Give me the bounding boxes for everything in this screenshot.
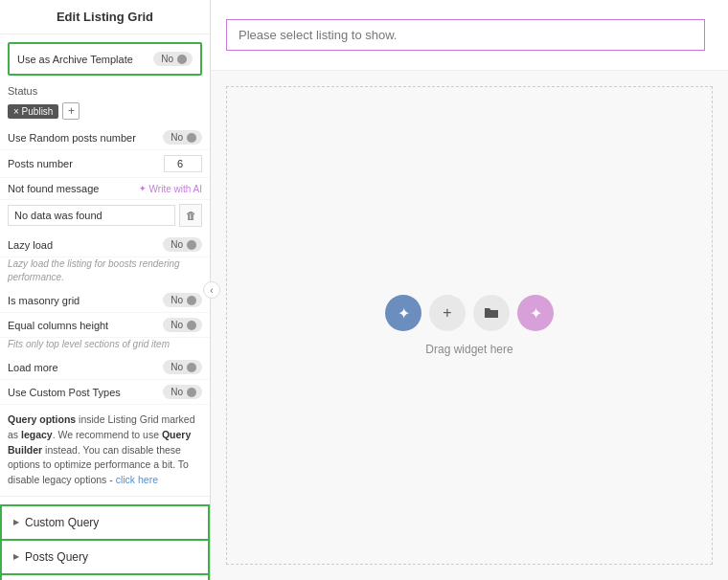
- accordion-label-posts-query: Posts Query: [25, 550, 88, 564]
- archive-template-row: Use as Archive Template No: [8, 42, 202, 76]
- toggle-dot: [187, 363, 196, 372]
- folder-icon: [484, 305, 499, 321]
- accordion-header-terms-query[interactable]: ▶ Terms Query: [2, 575, 208, 580]
- archive-template-label: Use as Archive Template: [17, 54, 133, 65]
- equal-columns-toggle[interactable]: No: [163, 318, 202, 332]
- status-label: Status: [0, 79, 210, 99]
- toggle-dot: [187, 296, 196, 305]
- load-more-toggle[interactable]: No: [163, 360, 202, 374]
- not-found-input-row: 🗑: [0, 200, 210, 233]
- equal-columns-label: Equal columns height: [8, 320, 108, 331]
- toggle-dot: [187, 388, 196, 397]
- custom-post-row: Use Custom Post Types No: [0, 380, 210, 405]
- collapse-panel-button[interactable]: ‹: [203, 281, 220, 299]
- accordion-custom-query: ▶ Custom Query: [0, 504, 210, 541]
- load-more-label: Load more: [8, 362, 58, 373]
- custom-post-toggle[interactable]: No: [163, 385, 202, 399]
- masonry-toggle[interactable]: No: [163, 293, 202, 307]
- click-here-link[interactable]: click here: [116, 474, 158, 485]
- widget-folder-button[interactable]: [473, 295, 510, 331]
- lazy-load-toggle[interactable]: No: [163, 237, 202, 252]
- posts-number-label: Posts number: [8, 158, 73, 169]
- accordion-posts-query: ▶ Posts Query: [0, 541, 210, 575]
- equal-columns-row: Equal columns height No: [0, 313, 210, 338]
- not-found-input[interactable]: [8, 205, 175, 226]
- left-panel: Edit Listing Grid Use as Archive Templat…: [0, 0, 211, 580]
- archive-template-toggle[interactable]: No: [153, 52, 193, 66]
- widget-ai-button[interactable]: ✦: [517, 295, 554, 331]
- panel-title: Edit Listing Grid: [0, 0, 210, 34]
- add-status-button[interactable]: +: [62, 102, 80, 120]
- toggle-dot: [177, 55, 187, 64]
- trash-button[interactable]: 🗑: [179, 204, 202, 227]
- arrow-icon: ▶: [13, 518, 19, 526]
- random-posts-label: Use Random posts number: [8, 132, 136, 144]
- accordion-header-custom-query[interactable]: ▶ Custom Query: [2, 506, 208, 539]
- lazy-load-label: Lazy load: [8, 239, 53, 251]
- info-block: Query options inside Listing Grid marked…: [0, 405, 210, 497]
- status-row: × Publish +: [0, 99, 210, 125]
- arrow-icon: ▶: [13, 552, 19, 561]
- accordion-label-custom-query: Custom Query: [25, 516, 99, 529]
- widget-toolbar: ✦ + ✦: [385, 295, 554, 331]
- accordion-header-posts-query[interactable]: ▶ Posts Query: [2, 541, 208, 573]
- listing-selector-area: [211, 0, 728, 71]
- toggle-dot: [187, 321, 196, 330]
- accordion-terms-query: ▶ Terms Query: [0, 575, 210, 580]
- custom-post-label: Use Custom Post Types: [8, 387, 121, 398]
- masonry-label: Is masonry grid: [8, 295, 80, 306]
- random-posts-toggle[interactable]: No: [163, 130, 202, 145]
- widget-sparkle-button[interactable]: ✦: [385, 295, 421, 331]
- publish-badge[interactable]: × Publish: [8, 104, 58, 119]
- lazy-hint: Lazy load the listing for boosts renderi…: [0, 257, 210, 288]
- accordion-container: ▶ Custom Query ▶ Posts Query ▶ Terms Que…: [0, 504, 210, 580]
- widget-add-button[interactable]: +: [429, 295, 466, 331]
- right-panel: ✦ + ✦ Drag widget here: [211, 0, 728, 580]
- lazy-load-row: Lazy load No: [0, 233, 210, 257]
- posts-number-input[interactable]: [164, 155, 202, 172]
- masonry-row: Is masonry grid No: [0, 288, 210, 313]
- drag-widget-text: Drag widget here: [425, 343, 512, 356]
- toggle-dot: [187, 133, 196, 143]
- widget-drop-area: ✦ + ✦ Drag widget here: [226, 86, 713, 565]
- toggle-dot: [187, 240, 196, 250]
- write-ai-link[interactable]: Write with AI: [139, 184, 202, 194]
- random-posts-row: Use Random posts number No: [0, 125, 210, 150]
- listing-select-input[interactable]: [226, 19, 705, 51]
- posts-number-row: Posts number: [0, 150, 210, 178]
- load-more-row: Load more No: [0, 355, 210, 380]
- equal-hint: Fits only top level sections of grid ite…: [0, 338, 210, 355]
- not-found-row: Not found message Write with AI: [0, 178, 210, 200]
- not-found-label: Not found message: [8, 183, 99, 194]
